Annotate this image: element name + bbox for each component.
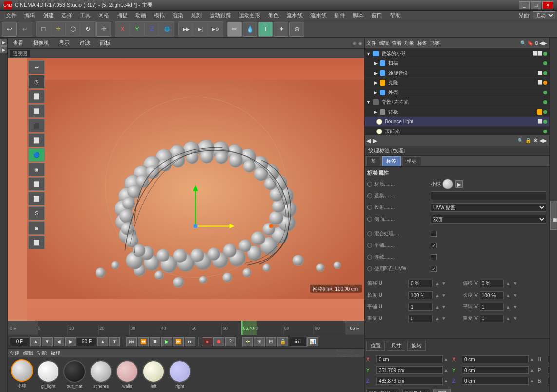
texture-btn[interactable]: T	[258, 22, 273, 37]
tile-u-up[interactable]: ▲	[435, 304, 440, 310]
frame-step-down[interactable]: ▼	[42, 337, 53, 346]
menu-edit[interactable]: 编辑	[20, 11, 39, 20]
radio-selection[interactable]	[367, 193, 372, 198]
minimize-button[interactable]: _	[519, 1, 530, 9]
size-x-input[interactable]	[462, 355, 529, 363]
radio-tile[interactable]	[367, 243, 372, 248]
extra-btn[interactable]: ⊕	[289, 22, 304, 37]
absolute-size-select[interactable]: 绝对尺寸	[402, 389, 430, 392]
obj-row-8[interactable]: 顶部光	[365, 127, 549, 135]
menu-pipeline1[interactable]: 流水线	[283, 11, 307, 20]
render-settings[interactable]: ▶⚙	[208, 22, 223, 37]
attr-search-icon[interactable]: 🔍	[518, 138, 523, 143]
render-btn[interactable]: ▶▶	[179, 22, 193, 37]
mat-item-0[interactable]: 小球	[11, 359, 33, 389]
obj-row-6[interactable]: ▶ 背板	[365, 107, 549, 117]
vp-icon-4[interactable]: ⬛	[28, 119, 45, 132]
mat-tab-edit[interactable]: 编辑	[23, 350, 33, 356]
menu-snap[interactable]: 捕捉	[113, 11, 132, 20]
size-x-arrow[interactable]: ▲	[530, 357, 534, 362]
close-button[interactable]: ✕	[542, 1, 553, 9]
selection-input[interactable]	[431, 191, 546, 200]
object-mode-select[interactable]: 对象 (相对)	[366, 389, 399, 392]
offset-v-down[interactable]: ▼	[513, 281, 518, 286]
pos-x-arrow-up[interactable]: ▲	[444, 357, 448, 362]
frame-prev[interactable]: ◀	[54, 337, 64, 346]
undo-button[interactable]: ↩	[2, 22, 17, 37]
frame-step-up[interactable]: ▲	[30, 337, 41, 346]
menu-mograph[interactable]: 运动图形	[235, 11, 264, 20]
tile-checkbox[interactable]: ✓	[431, 243, 437, 248]
vtab-view[interactable]: 查看	[10, 38, 26, 48]
obj-row-0[interactable]: ▼ 散落的小球 ⬜⬜	[365, 49, 549, 58]
rotate-tool[interactable]: ↻	[80, 22, 95, 37]
axis-z-btn[interactable]: Z	[145, 22, 159, 37]
mat-tab-create[interactable]: 创建	[10, 350, 19, 356]
menu-character[interactable]: 角色	[264, 11, 283, 20]
mat-tab-func[interactable]: 功能	[37, 350, 47, 356]
obj-settings-icon[interactable]: ⚙	[534, 40, 538, 46]
attr-tab-coord[interactable]: 坐标	[403, 156, 421, 166]
size-y-input[interactable]	[462, 366, 529, 374]
mat-item-1[interactable]: gi_light	[37, 360, 59, 389]
vp-icon-1[interactable]: ◎	[28, 75, 45, 89]
key-lock[interactable]: 🔒	[277, 337, 288, 346]
offset-u-input[interactable]	[408, 280, 433, 287]
obj-menu-edit[interactable]: 编辑	[379, 40, 389, 47]
material-select-btn[interactable]: ▶	[455, 180, 463, 188]
menu-help[interactable]: 帮助	[386, 11, 404, 20]
scale-tool[interactable]: ⬡	[66, 22, 80, 37]
select-tool[interactable]: □	[37, 22, 51, 37]
size-z-arrow[interactable]: ▲	[530, 378, 534, 383]
obj-row-5[interactable]: ▼ 背景+左右光	[365, 97, 549, 107]
key-add[interactable]: ✛	[242, 337, 253, 346]
obj-menu-file[interactable]: 文件	[366, 40, 376, 47]
obj-row-3[interactable]: ▶ 克隆 ⬜	[365, 78, 549, 88]
key-auto[interactable]: ⊟	[266, 337, 276, 346]
radio-side[interactable]	[367, 217, 372, 222]
repeat-v-down[interactable]: ▼	[513, 316, 518, 321]
timeline-open[interactable]: 📊	[307, 337, 318, 346]
mat-item-4[interactable]: walls	[116, 360, 138, 389]
size-z-input[interactable]	[462, 377, 529, 385]
pos-z-input[interactable]	[376, 377, 443, 385]
obj-search-icon[interactable]: 🔍	[520, 40, 526, 46]
menu-tools[interactable]: 工具	[76, 11, 95, 20]
interface-select[interactable]: 启动	[533, 11, 555, 19]
radio-projection[interactable]	[367, 205, 372, 210]
vtab-panel[interactable]: 面板	[97, 38, 114, 48]
move-tool[interactable]: ✛	[51, 22, 66, 37]
redo-button[interactable]: ↩	[18, 22, 32, 37]
tile-u-down[interactable]: ▼	[442, 304, 446, 310]
obj-menu-bookmark[interactable]: 书签	[430, 40, 440, 47]
side-select[interactable]: 双面	[431, 215, 546, 224]
obj-row-7[interactable]: Bounce Light ⬜	[365, 117, 549, 127]
obj-row-2[interactable]: ▶ 颈旋音份 ⬜	[365, 68, 549, 78]
end-step-down[interactable]: ▼	[109, 337, 120, 346]
attr-tab-tag[interactable]: 标签	[382, 156, 401, 166]
render-to-po[interactable]: ▶|	[193, 22, 208, 37]
tile-v-down[interactable]: ▼	[513, 304, 518, 310]
frame-next[interactable]: ▶	[65, 337, 76, 346]
motion-btn[interactable]: ?	[225, 337, 236, 346]
vp-icon-7[interactable]: ◉	[28, 163, 45, 176]
obj-row-4[interactable]: ▶ 外壳	[365, 88, 549, 97]
maximize-button[interactable]: □	[531, 1, 541, 9]
menu-script[interactable]: 脚本	[349, 11, 367, 20]
tile-v-input[interactable]	[480, 303, 504, 311]
play-forward[interactable]: ▶	[161, 337, 172, 346]
repeat-u-input[interactable]	[408, 315, 433, 322]
vtab-filter[interactable]: 过滤	[77, 38, 93, 48]
bump-uvw-checkbox[interactable]: ✓	[431, 266, 437, 272]
obj-menu-view[interactable]: 查看	[392, 40, 402, 47]
step-backward[interactable]: ⏪	[138, 337, 149, 346]
plus-tool[interactable]: ✛	[96, 22, 111, 37]
length-u-down[interactable]: ▼	[442, 293, 446, 298]
repeat-v-up[interactable]: ▲	[506, 316, 511, 321]
menu-sculpt[interactable]: 雕刻	[187, 11, 206, 20]
vp-icon-3[interactable]: ⬜	[28, 104, 45, 118]
length-v-input[interactable]	[480, 291, 504, 299]
menu-simulate[interactable]: 模拟	[150, 11, 169, 20]
menu-window[interactable]: 窗口	[367, 11, 386, 20]
mat-tab-texture[interactable]: 纹理	[51, 350, 60, 356]
